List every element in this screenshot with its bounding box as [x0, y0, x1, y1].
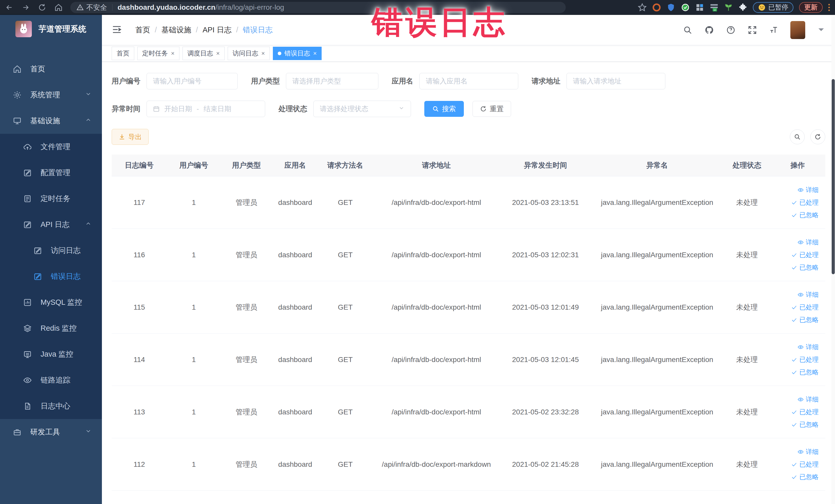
- search-icon[interactable]: [683, 25, 693, 35]
- view-icon: [797, 239, 804, 245]
- sidebar-item-错误日志[interactable]: 错误日志: [0, 263, 102, 289]
- column-header: 日志编号: [111, 155, 167, 176]
- date-range-picker[interactable]: 开始日期 - 结束日期: [147, 101, 265, 117]
- bookmark-star-icon[interactable]: [638, 3, 647, 12]
- action-link-详细[interactable]: 详细: [797, 290, 819, 299]
- sidebar-item-链路追踪[interactable]: 链路追踪: [0, 367, 102, 393]
- github-icon[interactable]: [704, 25, 714, 35]
- not-secure-warning[interactable]: 不安全: [77, 3, 107, 12]
- action-link-详细[interactable]: 详细: [797, 395, 819, 404]
- action-link-详细[interactable]: 详细: [797, 186, 819, 194]
- warning-icon: [77, 4, 84, 11]
- action-link-已忽略[interactable]: 已忽略: [791, 473, 819, 481]
- sidebar-item-定时任务[interactable]: 定时任务: [0, 186, 102, 211]
- select-用户类型[interactable]: 请选择用户类型: [286, 73, 378, 89]
- input-用户编号[interactable]: 请输入用户编号: [147, 73, 238, 89]
- close-icon[interactable]: ×: [216, 50, 220, 57]
- input-请求地址[interactable]: 请输入请求地址: [567, 73, 665, 89]
- sidebar-item-基础设施[interactable]: 基础设施: [0, 108, 102, 134]
- refresh-table-button[interactable]: [810, 129, 825, 144]
- profile-paused-badge[interactable]: 已暂停: [753, 2, 793, 13]
- sidebar-item-mysql-监控[interactable]: MySQL 监控: [0, 289, 102, 315]
- action-link-详细[interactable]: 详细: [797, 447, 819, 456]
- extensions-puzzle-icon[interactable]: [738, 3, 747, 12]
- cell-method: GET: [318, 229, 372, 281]
- input-应用名[interactable]: 请输入应用名: [420, 73, 518, 89]
- breadcrumb-item[interactable]: 基础设施: [161, 25, 191, 35]
- font-size-icon[interactable]: [769, 25, 779, 35]
- extension-on-badge-icon[interactable]: on: [710, 3, 718, 12]
- browser-reload-icon[interactable]: [35, 2, 49, 13]
- breadcrumb-separator: /: [196, 26, 198, 34]
- export-button[interactable]: 导出: [111, 129, 149, 145]
- browser-menu-icon[interactable]: [828, 4, 830, 11]
- fullscreen-icon[interactable]: [747, 25, 757, 35]
- help-icon[interactable]: [726, 25, 736, 35]
- user-caret-down-icon[interactable]: [816, 25, 826, 35]
- reset-button[interactable]: 重置: [472, 101, 511, 117]
- action-link-已忽略[interactable]: 已忽略: [791, 420, 819, 429]
- filter-label: 用户编号: [111, 76, 140, 86]
- action-link-已处理[interactable]: 已处理: [791, 303, 819, 311]
- sidebar-item-文件管理[interactable]: 文件管理: [0, 134, 102, 160]
- tab-定时任务[interactable]: 定时任务×: [137, 47, 179, 60]
- download-icon: [119, 134, 125, 140]
- breadcrumb-item[interactable]: API 日志: [203, 25, 231, 35]
- search-button[interactable]: 搜索: [424, 101, 464, 117]
- extension-green-check-icon[interactable]: [681, 3, 690, 12]
- browser-update-button[interactable]: 更新: [799, 2, 823, 13]
- action-link-已处理[interactable]: 已处理: [791, 198, 819, 207]
- tab-错误日志[interactable]: 错误日志×: [273, 47, 322, 60]
- sidebar-item-redis-监控[interactable]: Redis 监控: [0, 315, 102, 341]
- browser-forward-icon[interactable]: [19, 2, 33, 13]
- action-link-已处理[interactable]: 已处理: [791, 250, 819, 259]
- sidebar-item-api-日志[interactable]: API 日志: [0, 211, 102, 238]
- breadcrumb-item[interactable]: 首页: [135, 25, 150, 35]
- action-link-已处理[interactable]: 已处理: [791, 408, 819, 416]
- tab-调度日志[interactable]: 调度日志×: [183, 47, 225, 60]
- extension-grid-icon[interactable]: [695, 3, 704, 12]
- tab-访问日志[interactable]: 访问日志×: [228, 47, 270, 60]
- toggle-search-button[interactable]: [790, 129, 805, 144]
- action-link-详细[interactable]: 详细: [797, 238, 819, 246]
- close-icon[interactable]: ×: [313, 50, 317, 57]
- browser-back-icon[interactable]: [2, 2, 16, 13]
- action-link-已处理[interactable]: 已处理: [791, 355, 819, 364]
- extension-orange-icon[interactable]: [652, 3, 661, 12]
- filter-label: 请求地址: [532, 76, 561, 86]
- status-select[interactable]: 请选择处理状态: [313, 101, 411, 117]
- column-header: 应用名: [272, 155, 318, 176]
- sidebar-collapse-icon[interactable]: [111, 24, 123, 36]
- action-link-已忽略[interactable]: 已忽略: [791, 263, 819, 271]
- page-scrollbar[interactable]: [831, 15, 835, 504]
- cell-exception: java.lang.IllegalArgumentException: [590, 334, 724, 386]
- check-icon: [791, 317, 797, 323]
- gear-icon: [13, 90, 22, 99]
- view-icon: [797, 187, 804, 193]
- browser-home-icon[interactable]: [51, 2, 66, 13]
- time-label: 异常时间: [111, 104, 140, 114]
- cell-actions: 详细已处理已忽略: [770, 176, 825, 228]
- action-link-详细[interactable]: 详细: [797, 343, 819, 351]
- table-row: 1131管理员dashboardGET/api/infra/db-doc/exp…: [111, 386, 825, 438]
- tab-首页[interactable]: 首页: [111, 47, 134, 60]
- sidebar-item-java-监控[interactable]: Java 监控: [0, 341, 102, 367]
- action-link-已处理[interactable]: 已处理: [791, 460, 819, 468]
- extension-sprout-icon[interactable]: [724, 3, 733, 12]
- sidebar-item-日志中心[interactable]: 日志中心: [0, 393, 102, 419]
- sidebar-item-研发工具[interactable]: 研发工具: [0, 419, 102, 445]
- sidebar-item-系统管理[interactable]: 系统管理: [0, 82, 102, 108]
- action-link-已忽略[interactable]: 已忽略: [791, 368, 819, 377]
- chevron-up-icon: [85, 220, 91, 227]
- sidebar-item-配置管理[interactable]: 配置管理: [0, 160, 102, 186]
- sidebar-item-访问日志[interactable]: 访问日志: [0, 238, 102, 263]
- close-icon[interactable]: ×: [171, 50, 175, 57]
- logo-image: [15, 21, 32, 37]
- user-avatar[interactable]: [790, 21, 805, 39]
- extension-shield-icon[interactable]: [667, 3, 675, 12]
- action-link-已忽略[interactable]: 已忽略: [791, 316, 819, 324]
- sidebar-item-首页[interactable]: 首页: [0, 56, 102, 82]
- action-link-已忽略[interactable]: 已忽略: [791, 211, 819, 219]
- logo-row[interactable]: 芋道管理系统: [0, 15, 102, 43]
- close-icon[interactable]: ×: [261, 50, 265, 57]
